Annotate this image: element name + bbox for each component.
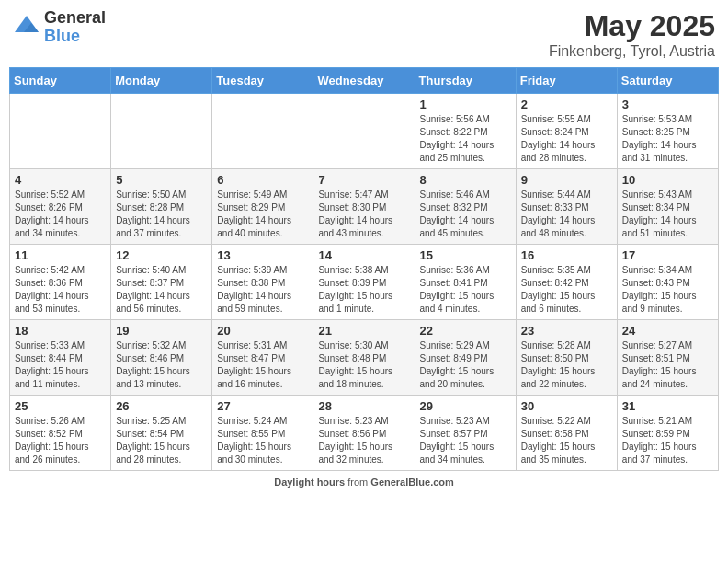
- day-number: 7: [318, 173, 409, 187]
- day-info: Sunrise: 5:49 AM Sunset: 8:29 PM Dayligh…: [217, 189, 308, 240]
- day-number: 12: [116, 248, 207, 262]
- day-info: Sunrise: 5:28 AM Sunset: 8:50 PM Dayligh…: [521, 339, 612, 391]
- day-info: Sunrise: 5:23 AM Sunset: 8:57 PM Dayligh…: [420, 415, 511, 466]
- day-number: 8: [420, 173, 511, 187]
- day-number: 14: [318, 248, 409, 262]
- calendar-cell: 27Sunrise: 5:24 AM Sunset: 8:55 PM Dayli…: [212, 396, 313, 471]
- day-info: Sunrise: 5:39 AM Sunset: 8:38 PM Dayligh…: [217, 264, 308, 316]
- day-number: 4: [15, 173, 106, 187]
- calendar-cell: 21Sunrise: 5:30 AM Sunset: 8:48 PM Dayli…: [313, 320, 415, 396]
- calendar-cell: 3Sunrise: 5:53 AM Sunset: 8:25 PM Daylig…: [617, 94, 718, 169]
- day-of-week-header: Sunday: [10, 68, 111, 94]
- calendar-cell: 24Sunrise: 5:27 AM Sunset: 8:51 PM Dayli…: [617, 320, 718, 396]
- day-of-week-header: Thursday: [415, 68, 516, 94]
- logo-icon: [13, 14, 40, 41]
- day-info: Sunrise: 5:30 AM Sunset: 8:48 PM Dayligh…: [318, 339, 409, 391]
- day-number: 29: [420, 399, 511, 413]
- day-of-week-header: Friday: [516, 68, 617, 94]
- day-number: 15: [420, 248, 511, 262]
- footer-note: Daylight hours from GeneralBlue.com: [9, 477, 719, 488]
- day-number: 11: [15, 248, 106, 262]
- calendar-cell: 29Sunrise: 5:23 AM Sunset: 8:57 PM Dayli…: [415, 396, 516, 471]
- calendar-cell: 9Sunrise: 5:44 AM Sunset: 8:33 PM Daylig…: [516, 169, 617, 245]
- day-number: 28: [318, 399, 409, 413]
- calendar-cell: 8Sunrise: 5:46 AM Sunset: 8:32 PM Daylig…: [415, 169, 516, 245]
- day-info: Sunrise: 5:31 AM Sunset: 8:47 PM Dayligh…: [217, 339, 308, 391]
- calendar-cell: 25Sunrise: 5:26 AM Sunset: 8:52 PM Dayli…: [10, 396, 111, 471]
- calendar-title: May 2025: [549, 9, 715, 43]
- day-info: Sunrise: 5:34 AM Sunset: 8:43 PM Dayligh…: [622, 264, 713, 316]
- calendar-cell: 26Sunrise: 5:25 AM Sunset: 8:54 PM Dayli…: [111, 396, 212, 471]
- calendar-cell: 23Sunrise: 5:28 AM Sunset: 8:50 PM Dayli…: [516, 320, 617, 396]
- day-number: 21: [318, 324, 409, 338]
- day-info: Sunrise: 5:42 AM Sunset: 8:36 PM Dayligh…: [15, 264, 106, 316]
- calendar-cell: 7Sunrise: 5:47 AM Sunset: 8:30 PM Daylig…: [313, 169, 415, 245]
- calendar-cell: 31Sunrise: 5:21 AM Sunset: 8:59 PM Dayli…: [617, 396, 718, 471]
- day-info: Sunrise: 5:27 AM Sunset: 8:51 PM Dayligh…: [622, 339, 713, 391]
- day-number: 24: [622, 324, 713, 338]
- logo-text: General Blue: [44, 9, 106, 46]
- calendar-week-row: 1Sunrise: 5:56 AM Sunset: 8:22 PM Daylig…: [10, 94, 719, 169]
- day-info: Sunrise: 5:36 AM Sunset: 8:41 PM Dayligh…: [420, 264, 511, 316]
- calendar-cell: 6Sunrise: 5:49 AM Sunset: 8:29 PM Daylig…: [212, 169, 313, 245]
- logo-general-text: General: [44, 9, 106, 28]
- day-info: Sunrise: 5:26 AM Sunset: 8:52 PM Dayligh…: [15, 415, 106, 466]
- calendar-cell: 19Sunrise: 5:32 AM Sunset: 8:46 PM Dayli…: [111, 320, 212, 396]
- day-info: Sunrise: 5:33 AM Sunset: 8:44 PM Dayligh…: [15, 339, 106, 391]
- day-number: 26: [116, 399, 207, 413]
- calendar-cell: [212, 94, 313, 169]
- day-info: Sunrise: 5:56 AM Sunset: 8:22 PM Dayligh…: [420, 113, 511, 165]
- calendar-cell: 12Sunrise: 5:40 AM Sunset: 8:37 PM Dayli…: [111, 245, 212, 320]
- calendar-cell: 5Sunrise: 5:50 AM Sunset: 8:28 PM Daylig…: [111, 169, 212, 245]
- day-number: 27: [217, 399, 308, 413]
- day-info: Sunrise: 5:46 AM Sunset: 8:32 PM Dayligh…: [420, 189, 511, 240]
- calendar-cell: 14Sunrise: 5:38 AM Sunset: 8:39 PM Dayli…: [313, 245, 415, 320]
- day-info: Sunrise: 5:38 AM Sunset: 8:39 PM Dayligh…: [318, 264, 409, 316]
- calendar-cell: 2Sunrise: 5:55 AM Sunset: 8:24 PM Daylig…: [516, 94, 617, 169]
- day-number: 19: [116, 324, 207, 338]
- day-info: Sunrise: 5:43 AM Sunset: 8:34 PM Dayligh…: [622, 189, 713, 240]
- calendar-week-row: 11Sunrise: 5:42 AM Sunset: 8:36 PM Dayli…: [10, 245, 719, 320]
- calendar-cell: 18Sunrise: 5:33 AM Sunset: 8:44 PM Dayli…: [10, 320, 111, 396]
- day-info: Sunrise: 5:22 AM Sunset: 8:58 PM Dayligh…: [521, 415, 612, 466]
- day-number: 22: [420, 324, 511, 338]
- calendar-cell: 22Sunrise: 5:29 AM Sunset: 8:49 PM Dayli…: [415, 320, 516, 396]
- calendar-cell: [10, 94, 111, 169]
- calendar-cell: 11Sunrise: 5:42 AM Sunset: 8:36 PM Dayli…: [10, 245, 111, 320]
- day-info: Sunrise: 5:53 AM Sunset: 8:25 PM Dayligh…: [622, 113, 713, 165]
- calendar-cell: 10Sunrise: 5:43 AM Sunset: 8:34 PM Dayli…: [617, 169, 718, 245]
- day-info: Sunrise: 5:21 AM Sunset: 8:59 PM Dayligh…: [622, 415, 713, 466]
- day-number: 5: [116, 173, 207, 187]
- day-number: 13: [217, 248, 308, 262]
- day-info: Sunrise: 5:52 AM Sunset: 8:26 PM Dayligh…: [15, 189, 106, 240]
- title-block: May 2025 Finkenberg, Tyrol, Austria: [549, 9, 715, 60]
- calendar-header-row: SundayMondayTuesdayWednesdayThursdayFrid…: [10, 68, 719, 94]
- day-number: 25: [15, 399, 106, 413]
- day-info: Sunrise: 5:32 AM Sunset: 8:46 PM Dayligh…: [116, 339, 207, 391]
- page-header: General Blue May 2025 Finkenberg, Tyrol,…: [9, 9, 719, 60]
- day-of-week-header: Wednesday: [313, 68, 415, 94]
- day-of-week-header: Monday: [111, 68, 212, 94]
- day-number: 31: [622, 399, 713, 413]
- calendar-cell: 28Sunrise: 5:23 AM Sunset: 8:56 PM Dayli…: [313, 396, 415, 471]
- day-number: 17: [622, 248, 713, 262]
- day-number: 20: [217, 324, 308, 338]
- calendar-cell: 16Sunrise: 5:35 AM Sunset: 8:42 PM Dayli…: [516, 245, 617, 320]
- day-number: 9: [521, 173, 612, 187]
- calendar-cell: 15Sunrise: 5:36 AM Sunset: 8:41 PM Dayli…: [415, 245, 516, 320]
- day-info: Sunrise: 5:55 AM Sunset: 8:24 PM Dayligh…: [521, 113, 612, 165]
- day-number: 2: [521, 98, 612, 111]
- calendar-cell: [111, 94, 212, 169]
- day-number: 3: [622, 98, 713, 111]
- day-number: 30: [521, 399, 612, 413]
- day-of-week-header: Saturday: [617, 68, 718, 94]
- day-info: Sunrise: 5:29 AM Sunset: 8:49 PM Dayligh…: [420, 339, 511, 391]
- calendar-week-row: 18Sunrise: 5:33 AM Sunset: 8:44 PM Dayli…: [10, 320, 719, 396]
- day-number: 1: [420, 98, 511, 111]
- day-number: 23: [521, 324, 612, 338]
- calendar-location: Finkenberg, Tyrol, Austria: [549, 43, 715, 60]
- day-info: Sunrise: 5:24 AM Sunset: 8:55 PM Dayligh…: [217, 415, 308, 466]
- day-info: Sunrise: 5:35 AM Sunset: 8:42 PM Dayligh…: [521, 264, 612, 316]
- calendar-table: SundayMondayTuesdayWednesdayThursdayFrid…: [9, 67, 719, 471]
- day-info: Sunrise: 5:23 AM Sunset: 8:56 PM Dayligh…: [318, 415, 409, 466]
